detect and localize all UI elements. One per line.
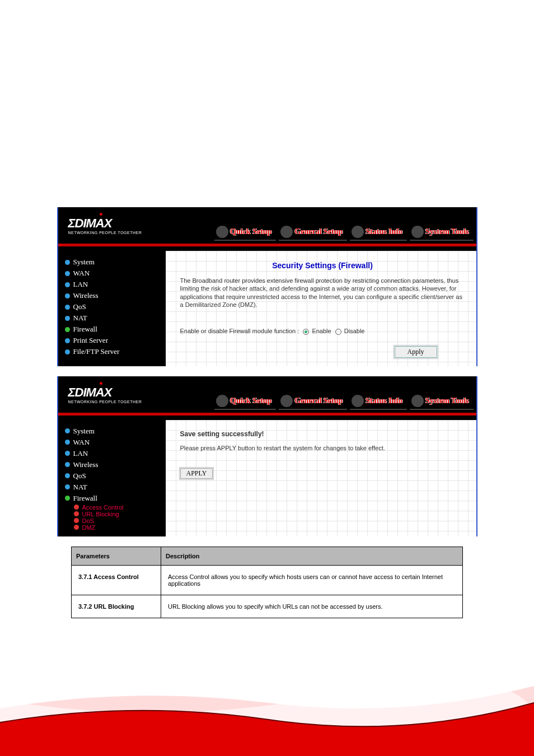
toggle-label: Enable or disable Firewall module functi…: [180, 328, 299, 334]
sidebar-label: Print Server: [73, 336, 108, 345]
bullet-icon: [65, 428, 70, 433]
nav-general-setup[interactable]: General Setup: [279, 227, 347, 241]
sidebar-item-firewall[interactable]: Firewall: [65, 324, 159, 335]
sidebar-item-nat[interactable]: NAT: [65, 312, 159, 324]
sidebar-label: LAN: [73, 449, 88, 458]
apply-button[interactable]: Apply: [395, 346, 437, 358]
cell-desc: URL Blocking allows you to specify which…: [161, 595, 463, 618]
sidebar-item-firewall[interactable]: Firewall: [65, 493, 159, 504]
sidebar-label: LAN: [73, 280, 88, 289]
nav-quick-setup[interactable]: Quick Setup: [214, 396, 276, 410]
bullet-icon: [65, 496, 70, 501]
nav-status-info[interactable]: Status Info: [350, 396, 407, 410]
sidebar-label: QoS: [73, 472, 86, 480]
apply-button[interactable]: APPLY: [180, 468, 213, 479]
sidebar-label: System: [73, 258, 95, 267]
sidebar-item-qos[interactable]: QoS: [65, 470, 159, 482]
bullet-icon: [65, 349, 70, 354]
save-success-msg: Please press APPLY button to restart the…: [180, 445, 465, 451]
sidebar-item-system[interactable]: System: [65, 256, 159, 268]
content-panel: Security Settings (Firewall) The Broadba…: [166, 251, 476, 366]
header: ΣDIMAX NETWORKING PEOPLE TOGETHER Quick …: [58, 376, 476, 413]
description-text: The Broadband router provides extensive …: [180, 277, 465, 309]
bullet-icon: [65, 327, 70, 332]
sidebar-item-lan[interactable]: LAN: [65, 448, 159, 459]
cell-desc: Access Control allows you to specify whi…: [161, 565, 463, 595]
sidebar: System WAN LAN Wireless QoS NAT Firewall…: [58, 420, 166, 536]
sidebar-label: Wireless: [73, 460, 99, 469]
bullet-icon: [65, 462, 70, 467]
sidebar-label: Wireless: [73, 291, 99, 300]
sidebar-sub-dmz[interactable]: DMZ: [74, 524, 159, 531]
sidebar-label: NAT: [73, 314, 87, 323]
sidebar-item-lan[interactable]: LAN: [65, 279, 159, 290]
sidebar-label: File/FTP Server: [73, 347, 120, 356]
sidebar-sub-url-blocking[interactable]: URL Blocking: [74, 511, 159, 517]
sidebar-item-nat[interactable]: NAT: [65, 482, 159, 493]
logo: ΣDIMAX NETWORKING PEOPLE TOGETHER: [58, 385, 165, 404]
bullet-icon: [65, 282, 70, 287]
sidebar-sub-access-control[interactable]: Access Control: [74, 504, 159, 511]
disable-label: Disable: [344, 328, 365, 334]
enable-label: Enable: [312, 328, 331, 334]
sidebar-item-wireless[interactable]: Wireless: [65, 290, 159, 301]
bullet-icon: [74, 525, 79, 530]
sidebar-item-file-ftp[interactable]: File/FTP Server: [65, 346, 159, 357]
logo: ΣDIMAX NETWORKING PEOPLE TOGETHER: [58, 216, 165, 235]
bullet-icon: [65, 338, 70, 343]
table-row: 3.7.2 URL Blocking URL Blocking allows y…: [72, 595, 463, 618]
bullet-icon: [74, 505, 79, 510]
bullet-icon: [65, 451, 70, 456]
th-description: Description: [161, 547, 463, 565]
sidebar-item-wan[interactable]: WAN: [65, 437, 159, 448]
sidebar-label: WAN: [73, 438, 90, 447]
nav-quick-setup[interactable]: Quick Setup: [214, 227, 276, 241]
table-row: 3.7.1 Access Control Access Control allo…: [72, 565, 463, 595]
radio-enable[interactable]: [303, 329, 309, 335]
sidebar-item-system[interactable]: System: [65, 426, 159, 437]
cell-param: 3.7.2 URL Blocking: [72, 595, 161, 618]
brand-tagline: NETWORKING PEOPLE TOGETHER: [68, 231, 165, 235]
bullet-icon: [65, 293, 70, 298]
bullet-icon: [65, 271, 70, 276]
parameters-table: Parameters Description 3.7.1 Access Cont…: [71, 547, 463, 618]
nav-status-info[interactable]: Status Info: [350, 227, 407, 241]
top-nav: Quick Setup General Setup Status Info Sy…: [165, 376, 476, 413]
brand-name: ΣDIMAX: [68, 216, 165, 231]
sidebar-label: NAT: [73, 483, 87, 492]
header: ΣDIMAX NETWORKING PEOPLE TOGETHER Quick …: [58, 207, 476, 244]
sidebar-sub-label: URL Blocking: [82, 511, 119, 517]
bullet-icon: [65, 473, 70, 478]
sidebar-sub-dos[interactable]: DoS: [74, 517, 159, 524]
strip: [58, 246, 476, 251]
sidebar-item-wan[interactable]: WAN: [65, 268, 159, 279]
strip: [58, 416, 476, 420]
sidebar: System WAN LAN Wireless QoS NAT Firewall…: [58, 251, 166, 366]
sidebar-item-wireless[interactable]: Wireless: [65, 459, 159, 470]
nav-general-setup[interactable]: General Setup: [279, 396, 347, 410]
sidebar-label: Firewall: [73, 325, 97, 334]
cell-param: 3.7.1 Access Control: [72, 565, 161, 595]
sidebar-sub-label: Access Control: [82, 504, 124, 511]
th-parameters: Parameters: [72, 547, 161, 565]
sidebar-sub-label: DMZ: [82, 524, 96, 531]
bullet-icon: [65, 484, 70, 489]
brand-name: ΣDIMAX: [68, 385, 165, 400]
save-success-title: Save setting successfully!: [180, 430, 465, 438]
nav-system-tools[interactable]: System Tools: [410, 227, 473, 241]
bullet-icon: [65, 440, 70, 445]
radio-disable[interactable]: [335, 329, 341, 335]
firewall-toggle-row: Enable or disable Firewall module functi…: [180, 328, 465, 335]
sidebar-label: Firewall: [73, 494, 97, 503]
nav-system-tools[interactable]: System Tools: [410, 396, 473, 410]
sidebar-item-qos[interactable]: QoS: [65, 301, 159, 312]
router-screenshot-1: ΣDIMAX NETWORKING PEOPLE TOGETHER Quick …: [57, 207, 477, 366]
router-screenshot-2: ΣDIMAX NETWORKING PEOPLE TOGETHER Quick …: [57, 376, 477, 536]
sidebar-item-print-server[interactable]: Print Server: [65, 335, 159, 346]
content-panel: Save setting successfully! Please press …: [166, 420, 476, 536]
footer-swoosh-graphic: [0, 655, 534, 756]
top-nav: Quick Setup General Setup Status Info Sy…: [165, 207, 476, 244]
sidebar-label: WAN: [73, 269, 90, 278]
bullet-icon: [65, 316, 70, 321]
bullet-icon: [65, 260, 70, 265]
